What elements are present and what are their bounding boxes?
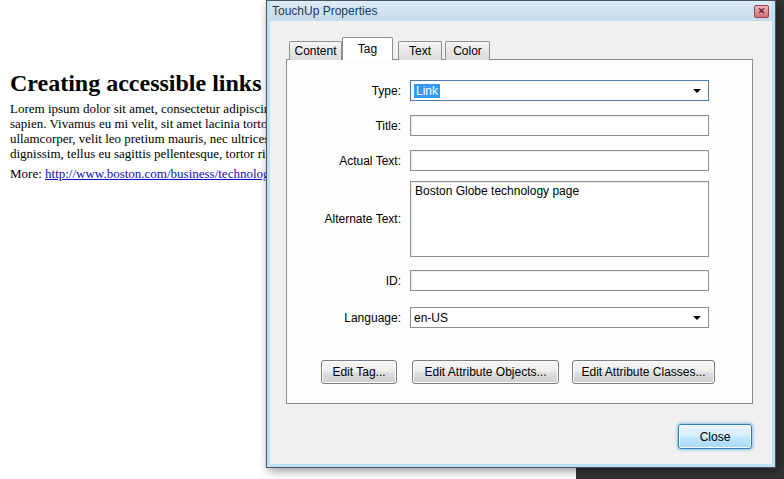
document-heading: Creating accessible links	[10, 70, 262, 97]
tab-color[interactable]: Color	[445, 41, 490, 60]
type-dropdown[interactable]: Link	[410, 80, 709, 101]
type-row: Type: Link	[287, 80, 709, 101]
id-label: ID:	[287, 274, 410, 288]
dialog-titlebar[interactable]: TouchUp Properties	[267, 1, 775, 21]
type-selected-value: Link	[414, 84, 440, 98]
title-row: Title:	[287, 115, 709, 136]
actual-text-label: Actual Text:	[287, 154, 410, 168]
title-field[interactable]	[410, 115, 709, 136]
close-button[interactable]: Close	[678, 424, 752, 449]
acrobat-workspace: Creating accessible links Lorem ipsum do…	[0, 0, 784, 479]
tab-content[interactable]: Content	[289, 41, 342, 60]
more-line: More: http://www.boston.com/business/tec…	[10, 166, 280, 182]
language-row: Language: en-US	[287, 307, 709, 328]
actual-text-field[interactable]	[410, 150, 709, 171]
document-hyperlink[interactable]: http://www.boston.com/business/technolog…	[45, 166, 280, 181]
chevron-down-icon	[693, 316, 701, 320]
dialog-title: TouchUp Properties	[272, 4, 377, 18]
alternate-text-field[interactable]: Boston Globe technology page	[410, 181, 709, 257]
language-label: Language:	[287, 311, 410, 325]
tab-tag[interactable]: Tag	[342, 37, 393, 60]
tag-tab-panel: Type: Link Title: Actual Text: Alternate…	[286, 59, 753, 404]
alternate-text-label: Alternate Text:	[287, 212, 410, 226]
more-label: More:	[10, 166, 42, 181]
edit-tag-button[interactable]: Edit Tag...	[321, 360, 397, 384]
touchup-properties-dialog: TouchUp Properties ✕ Content Tag Text Co…	[266, 0, 776, 468]
type-label: Type:	[287, 84, 410, 98]
language-selected-value: en-US	[414, 311, 448, 325]
tab-text[interactable]: Text	[398, 41, 442, 60]
id-field[interactable]	[410, 270, 709, 291]
language-dropdown[interactable]: en-US	[410, 307, 709, 328]
edit-attribute-classes-button[interactable]: Edit Attribute Classes...	[572, 360, 715, 384]
window-close-icon[interactable]: ✕	[754, 5, 769, 18]
chevron-down-icon	[693, 89, 701, 93]
edit-attribute-objects-button[interactable]: Edit Attribute Objects...	[412, 360, 559, 384]
id-row: ID:	[287, 270, 709, 291]
actual-text-row: Actual Text:	[287, 150, 709, 171]
alternate-text-row: Alternate Text: Boston Globe technology …	[287, 181, 709, 257]
title-label: Title:	[287, 119, 410, 133]
